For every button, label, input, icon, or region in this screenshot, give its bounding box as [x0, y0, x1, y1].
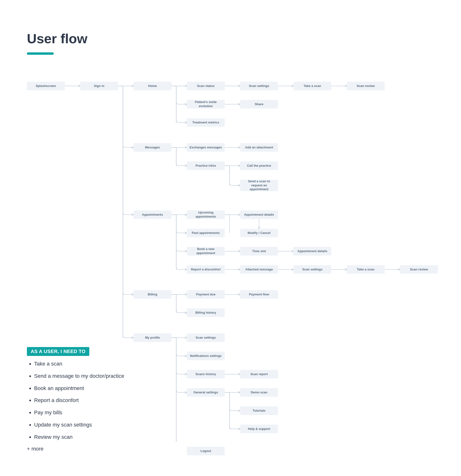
flow-node-time-slot: Time slot	[240, 247, 278, 255]
flow-node-tutorials: Tutorials	[240, 406, 278, 415]
flow-node-appointments: Appointments	[134, 210, 171, 219]
page-title: User flow	[27, 31, 87, 46]
flow-node-exchanges-messages: Exchanges messages	[187, 143, 225, 152]
flow-node-scan-settings3: Scan settings	[187, 333, 225, 342]
flow-node-general-settings: General settings	[187, 388, 225, 397]
flow-node-practice-infos: Practice infos	[187, 162, 225, 170]
flow-node-modify-cancel: Modify / Cancel	[240, 229, 278, 237]
flow-node-upcoming-appointments: Upcoming appointments	[187, 210, 225, 219]
user-need-item: Review my scan	[34, 434, 171, 441]
user-need-item: Report a disconfort	[34, 397, 171, 404]
flow-node-appointment-details: Appointment details	[240, 210, 278, 219]
flow-node-share: Share	[240, 100, 278, 109]
flow-node-attached-message: Attached message	[240, 265, 278, 274]
user-needs-badge: AS A USER, I NEED TO	[27, 347, 89, 356]
flow-node-send-scan-request: Send a scan to request an appointment	[240, 180, 278, 191]
flow-node-scans-history: Scans history	[187, 370, 225, 379]
flow-node-scan-report: Scan report	[240, 370, 278, 379]
user-need-item: Update my scan settings	[34, 421, 171, 429]
title-underline	[27, 52, 54, 55]
flow-node-scan-settings: Scan settings	[240, 82, 278, 90]
flow-node-past-appointments: Past appointments	[187, 229, 225, 237]
flow-node-scan-review: Scan review	[347, 82, 385, 90]
flow-node-scan-review2: Scan review	[400, 265, 438, 274]
flow-node-home: Home	[134, 82, 171, 90]
user-needs-more: + more	[27, 446, 171, 452]
flow-node-treatment-metrics: Treatment metrics	[187, 118, 225, 127]
user-need-item: Take a scan	[34, 360, 171, 368]
flow-node-scan-status: Scan status	[187, 82, 225, 90]
flow-node-messages: Messages	[134, 143, 171, 152]
user-needs-list: Take a scanSend a message to my doctor/p…	[27, 360, 171, 441]
flow-node-signin: Sign in	[80, 82, 118, 90]
flow-node-payment-flow: Payment flow	[240, 290, 278, 299]
flow-node-my-profile: My profile	[134, 333, 171, 342]
user-needs: AS A USER, I NEED TO Take a scanSend a m…	[27, 347, 171, 452]
flow-node-scan-settings2: Scan settings	[293, 265, 331, 274]
flow-node-demo-scan: Demo scan	[240, 388, 278, 397]
user-need-item: Book an appointment	[34, 385, 171, 392]
flow-node-take-a-scan: Take a scan	[293, 82, 331, 90]
flow-node-splashscreen: Splashscreen	[27, 82, 65, 90]
flow-node-help-support: Help & support	[240, 425, 278, 433]
user-need-item: Send a message to my doctor/practice	[34, 373, 171, 380]
user-need-item: Pay my bills	[34, 409, 171, 416]
flow-node-report-discomfort: Report a discomfort	[187, 265, 225, 274]
flow-node-payment-due: Payment due	[187, 290, 225, 299]
flow-node-book-new-appointment: Book a new appointment	[187, 247, 225, 255]
flow-node-appointment-details2: Appointment details	[293, 247, 331, 255]
flow-node-logout: Logout	[187, 447, 225, 455]
flow-node-add-attachment: Add an attachment	[240, 143, 278, 152]
flow-node-take-a-scan2: Take a scan	[347, 265, 385, 274]
flow-node-billing: Billing	[134, 290, 171, 299]
flow-node-smile-evolution: Patient's smile evolution	[187, 100, 225, 109]
flow-node-billing-history: Billing history	[187, 308, 225, 317]
flow-node-call-practice: Call the practice	[240, 162, 278, 170]
flow-node-notifications-settings: Notifications settings	[187, 352, 225, 360]
